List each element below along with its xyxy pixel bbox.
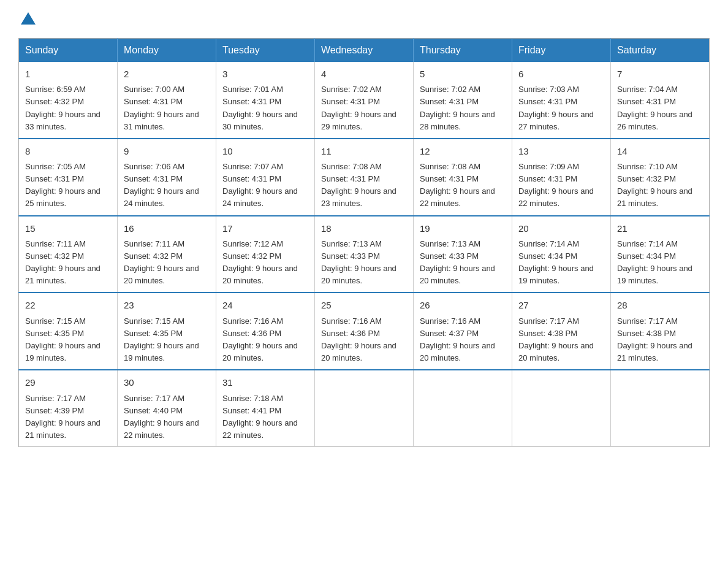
day-daylight: Daylight: 9 hours and 25 minutes.: [25, 186, 100, 208]
calendar-day-cell: 12 Sunrise: 7:08 AM Sunset: 4:31 PM Dayl…: [414, 139, 512, 216]
day-sunset: Sunset: 4:31 PM: [518, 174, 577, 183]
day-daylight: Daylight: 9 hours and 33 minutes.: [25, 110, 100, 131]
day-daylight: Daylight: 9 hours and 30 minutes.: [222, 110, 298, 131]
day-number: 7: [617, 67, 703, 81]
day-number: 1: [25, 67, 111, 81]
day-number: 27: [518, 298, 604, 312]
day-sunrise: Sunrise: 7:15 AM: [25, 316, 86, 326]
day-sunrise: Sunrise: 7:16 AM: [321, 316, 382, 326]
day-daylight: Daylight: 9 hours and 20 minutes.: [518, 341, 594, 362]
day-daylight: Daylight: 9 hours and 24 minutes.: [222, 186, 298, 208]
calendar-day-cell: 1 Sunrise: 6:59 AM Sunset: 4:32 PM Dayli…: [19, 62, 118, 139]
day-sunset: Sunset: 4:31 PM: [321, 174, 380, 183]
calendar-day-cell: 3 Sunrise: 7:01 AM Sunset: 4:31 PM Dayli…: [216, 62, 315, 139]
day-sunrise: Sunrise: 6:59 AM: [25, 85, 86, 94]
day-daylight: Daylight: 9 hours and 19 minutes.: [124, 341, 199, 362]
day-sunrise: Sunrise: 7:14 AM: [518, 239, 579, 248]
day-sunrise: Sunrise: 7:06 AM: [124, 162, 184, 171]
day-sunset: Sunset: 4:32 PM: [25, 251, 84, 261]
day-daylight: Daylight: 9 hours and 19 minutes.: [518, 264, 594, 285]
day-daylight: Daylight: 9 hours and 20 minutes.: [124, 264, 199, 285]
calendar-day-cell: [414, 370, 512, 446]
day-number: 17: [222, 221, 308, 236]
day-sunset: Sunset: 4:32 PM: [617, 174, 676, 183]
day-number: 31: [222, 375, 308, 389]
calendar-day-cell: 29 Sunrise: 7:17 AM Sunset: 4:39 PM Dayl…: [19, 370, 118, 446]
calendar-day-cell: 21 Sunrise: 7:14 AM Sunset: 4:34 PM Dayl…: [611, 216, 710, 293]
day-sunset: Sunset: 4:31 PM: [124, 97, 183, 106]
day-number: 29: [25, 375, 111, 389]
day-number: 3: [222, 67, 308, 81]
day-sunrise: Sunrise: 7:02 AM: [321, 85, 382, 94]
day-sunrise: Sunrise: 7:07 AM: [222, 162, 283, 171]
calendar-day-cell: 19 Sunrise: 7:13 AM Sunset: 4:33 PM Dayl…: [414, 216, 512, 293]
day-sunrise: Sunrise: 7:02 AM: [420, 85, 480, 94]
day-sunrise: Sunrise: 7:01 AM: [222, 85, 283, 94]
day-daylight: Daylight: 9 hours and 22 minutes.: [124, 418, 199, 440]
day-daylight: Daylight: 9 hours and 21 minutes.: [617, 341, 692, 362]
weekday-header-wednesday: Wednesday: [315, 39, 414, 63]
day-daylight: Daylight: 9 hours and 20 minutes.: [321, 341, 396, 362]
logo-triangle-icon: [21, 12, 36, 25]
weekday-header-sunday: Sunday: [19, 39, 118, 63]
day-sunrise: Sunrise: 7:17 AM: [124, 394, 184, 403]
day-sunrise: Sunrise: 7:16 AM: [420, 316, 480, 326]
day-number: 4: [321, 67, 407, 81]
day-daylight: Daylight: 9 hours and 21 minutes.: [617, 186, 692, 208]
calendar-day-cell: 28 Sunrise: 7:17 AM Sunset: 4:38 PM Dayl…: [611, 293, 710, 370]
day-number: 25: [321, 298, 407, 312]
day-number: 16: [124, 221, 210, 236]
calendar-day-cell: 31 Sunrise: 7:18 AM Sunset: 4:41 PM Dayl…: [216, 370, 315, 446]
calendar-day-cell: 18 Sunrise: 7:13 AM Sunset: 4:33 PM Dayl…: [315, 216, 414, 293]
day-daylight: Daylight: 9 hours and 20 minutes.: [321, 264, 396, 285]
calendar-day-cell: 30 Sunrise: 7:17 AM Sunset: 4:40 PM Dayl…: [118, 370, 216, 446]
day-number: 9: [124, 144, 210, 158]
day-sunset: Sunset: 4:31 PM: [222, 174, 281, 183]
day-daylight: Daylight: 9 hours and 26 minutes.: [617, 110, 692, 131]
calendar-day-cell: 6 Sunrise: 7:03 AM Sunset: 4:31 PM Dayli…: [512, 62, 611, 139]
weekday-header-thursday: Thursday: [414, 39, 512, 63]
day-sunset: Sunset: 4:31 PM: [518, 97, 577, 106]
day-daylight: Daylight: 9 hours and 20 minutes.: [222, 341, 298, 362]
day-sunrise: Sunrise: 7:11 AM: [124, 239, 184, 248]
day-number: 19: [420, 221, 506, 236]
day-sunset: Sunset: 4:32 PM: [25, 97, 84, 106]
day-sunrise: Sunrise: 7:12 AM: [222, 239, 283, 248]
calendar-day-cell: 26 Sunrise: 7:16 AM Sunset: 4:37 PM Dayl…: [414, 293, 512, 370]
day-number: 22: [25, 298, 111, 312]
day-sunset: Sunset: 4:39 PM: [25, 406, 84, 415]
day-sunrise: Sunrise: 7:13 AM: [420, 239, 480, 248]
calendar-day-cell: 4 Sunrise: 7:02 AM Sunset: 4:31 PM Dayli…: [315, 62, 414, 139]
day-sunset: Sunset: 4:31 PM: [617, 97, 676, 106]
day-sunrise: Sunrise: 7:04 AM: [617, 85, 678, 94]
day-sunset: Sunset: 4:35 PM: [124, 329, 183, 338]
calendar-day-cell: 25 Sunrise: 7:16 AM Sunset: 4:36 PM Dayl…: [315, 293, 414, 370]
day-number: 30: [124, 375, 210, 389]
calendar-week-row: 1 Sunrise: 6:59 AM Sunset: 4:32 PM Dayli…: [19, 62, 710, 139]
day-daylight: Daylight: 9 hours and 28 minutes.: [420, 110, 495, 131]
day-number: 28: [617, 298, 703, 312]
day-number: 6: [518, 67, 604, 81]
day-number: 21: [617, 221, 703, 236]
day-daylight: Daylight: 9 hours and 31 minutes.: [124, 110, 199, 131]
calendar-table: SundayMondayTuesdayWednesdayThursdayFrid…: [18, 38, 710, 447]
day-sunrise: Sunrise: 7:18 AM: [222, 394, 283, 403]
day-sunset: Sunset: 4:34 PM: [617, 251, 676, 261]
day-daylight: Daylight: 9 hours and 21 minutes.: [25, 418, 100, 440]
day-sunset: Sunset: 4:31 PM: [321, 97, 380, 106]
day-daylight: Daylight: 9 hours and 19 minutes.: [25, 341, 100, 362]
day-sunset: Sunset: 4:31 PM: [222, 97, 281, 106]
day-sunset: Sunset: 4:31 PM: [25, 174, 84, 183]
day-number: 24: [222, 298, 308, 312]
calendar-day-cell: 9 Sunrise: 7:06 AM Sunset: 4:31 PM Dayli…: [118, 139, 216, 216]
day-sunrise: Sunrise: 7:16 AM: [222, 316, 283, 326]
day-daylight: Daylight: 9 hours and 21 minutes.: [25, 264, 100, 285]
calendar-day-cell: 5 Sunrise: 7:02 AM Sunset: 4:31 PM Dayli…: [414, 62, 512, 139]
logo: [18, 12, 38, 26]
calendar-week-row: 15 Sunrise: 7:11 AM Sunset: 4:32 PM Dayl…: [19, 216, 710, 293]
day-sunrise: Sunrise: 7:14 AM: [617, 239, 678, 248]
day-sunrise: Sunrise: 7:15 AM: [124, 316, 184, 326]
day-sunset: Sunset: 4:33 PM: [321, 251, 380, 261]
day-number: 12: [420, 144, 506, 158]
day-daylight: Daylight: 9 hours and 20 minutes.: [222, 264, 298, 285]
